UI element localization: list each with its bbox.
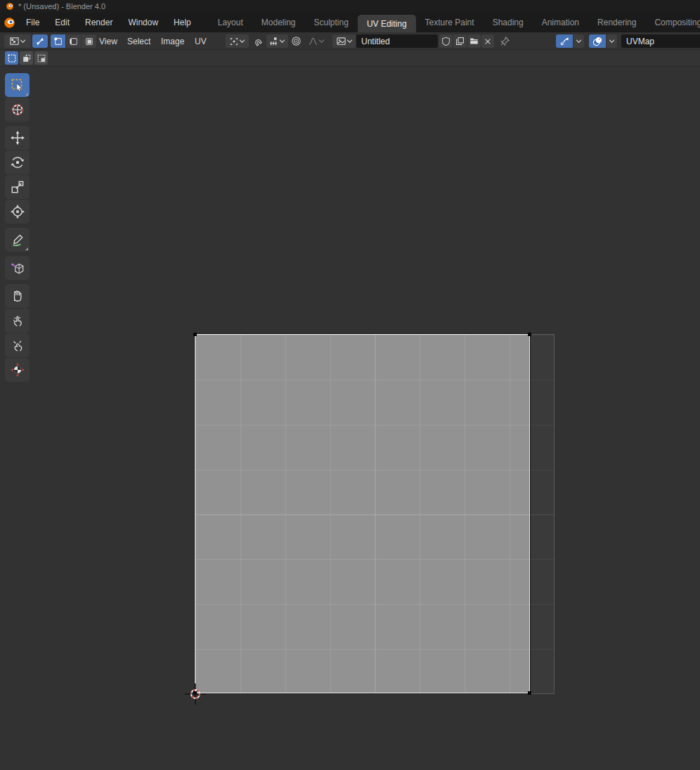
pin-image-toggle[interactable] — [498, 34, 512, 48]
gizmo-options-dropdown[interactable] — [573, 34, 584, 48]
uv-vertex-top-right[interactable] — [528, 333, 531, 336]
tool-magnify[interactable] — [5, 358, 30, 382]
uv-sync-selection-toggle[interactable] — [32, 34, 48, 48]
select-mode-face-button[interactable] — [82, 34, 96, 48]
face-select-icon — [84, 37, 94, 46]
open-image-button[interactable] — [467, 34, 481, 48]
tool-submenu-indicator — [25, 248, 28, 250]
cursor-tool-icon — [10, 102, 25, 117]
tool-submenu-indicator — [25, 93, 28, 96]
menu-file[interactable]: File — [18, 13, 47, 32]
window-title: * (Unsaved) - Blender 4.0 — [18, 2, 105, 11]
select-mode-subtract-button[interactable] — [34, 51, 48, 65]
select-subtract-icon — [37, 53, 46, 63]
blender-logo-icon — [4, 17, 15, 29]
uv-map-value: UVMap — [626, 37, 654, 46]
transform-icon — [10, 204, 25, 219]
tool-transform[interactable] — [5, 200, 30, 224]
chevron-down-icon — [239, 39, 245, 44]
image-name-field[interactable]: Untitled — [356, 34, 438, 48]
folder-icon — [469, 37, 479, 46]
tab-texture-paint[interactable]: Texture Paint — [416, 13, 484, 32]
falloff-curve-icon — [308, 36, 318, 46]
chevron-down-icon — [20, 39, 26, 44]
tool-relax[interactable] — [5, 309, 30, 333]
close-icon — [484, 37, 492, 46]
pivot-point-dropdown[interactable] — [226, 34, 249, 48]
proportional-editing-toggle[interactable] — [289, 34, 304, 48]
select-mode-vertex-button[interactable] — [51, 34, 65, 48]
show-overlays-toggle[interactable] — [589, 34, 606, 48]
window-titlebar: * (Unsaved) - Blender 4.0 — [0, 0, 700, 13]
tool-2d-cursor[interactable] — [5, 98, 30, 122]
blender-menu-button[interactable] — [0, 13, 18, 32]
new-image-button[interactable] — [453, 34, 467, 48]
select-mode-set-button[interactable] — [5, 51, 18, 65]
tab-sculpting[interactable]: Sculpting — [305, 13, 358, 32]
pin-icon — [500, 36, 510, 46]
chevron-down-icon — [576, 39, 582, 44]
editor-type-dropdown[interactable] — [4, 34, 31, 48]
select-set-icon — [7, 53, 17, 63]
relax-hand-icon — [10, 313, 25, 328]
move-icon — [10, 130, 25, 146]
proportional-edit-icon — [291, 36, 302, 46]
menu-window[interactable]: Window — [120, 13, 166, 32]
uv-island[interactable] — [195, 334, 530, 693]
scale-icon — [10, 179, 25, 195]
menu-select[interactable]: Select — [126, 32, 152, 50]
tab-uv-editing[interactable]: UV Editing — [358, 15, 416, 32]
image-browse-dropdown[interactable] — [332, 34, 356, 48]
tool-box-select[interactable] — [5, 73, 30, 97]
sync-arrows-icon — [35, 37, 45, 46]
menu-uv[interactable]: UV — [193, 32, 208, 50]
proportional-falloff-dropdown[interactable] — [305, 34, 327, 48]
menu-render[interactable]: Render — [77, 13, 120, 32]
tab-animation[interactable]: Animation — [533, 13, 588, 32]
tab-modeling[interactable]: Modeling — [252, 13, 305, 32]
show-gizmo-toggle[interactable] — [556, 34, 573, 48]
uv-vertex-top-left[interactable] — [193, 333, 197, 336]
tab-layout[interactable]: Layout — [209, 13, 252, 32]
menu-help[interactable]: Help — [166, 13, 199, 32]
fake-user-button[interactable] — [439, 34, 453, 48]
select-mode-edge-button[interactable] — [66, 34, 81, 48]
menu-view[interactable]: View — [98, 32, 119, 50]
tool-rip-region[interactable] — [5, 256, 30, 280]
tool-move[interactable] — [5, 126, 30, 150]
tool-grab[interactable] — [5, 284, 30, 308]
annotate-icon — [10, 232, 25, 248]
topbar: File Edit Render Window Help Layout Mode… — [0, 13, 700, 32]
overlays-icon — [592, 36, 603, 46]
overlays-options-dropdown[interactable] — [607, 34, 617, 48]
tool-scale[interactable] — [5, 175, 30, 199]
chevron-down-icon — [279, 39, 285, 44]
tool-pinch[interactable] — [5, 333, 30, 357]
snap-toggle[interactable] — [250, 34, 265, 48]
uv-vertex-bottom-right[interactable] — [528, 691, 531, 695]
menu-image[interactable]: Image — [160, 32, 186, 50]
duplicate-icon — [455, 37, 465, 46]
tab-shading[interactable]: Shading — [484, 13, 533, 32]
snap-target-dropdown[interactable] — [266, 34, 288, 48]
select-mode-extend-button[interactable] — [20, 51, 33, 65]
pinch-hand-icon — [10, 338, 25, 353]
tool-rotate[interactable] — [5, 150, 30, 174]
uv-selection-mode-group — [51, 34, 96, 48]
chevron-down-icon — [346, 39, 353, 44]
grab-hand-icon — [10, 288, 25, 304]
select-extend-icon — [22, 53, 32, 63]
box-select-icon — [10, 77, 25, 93]
tool-annotate[interactable] — [5, 228, 30, 252]
pivot-icon — [229, 37, 239, 46]
image-name-value: Untitled — [361, 37, 390, 46]
tab-compositing[interactable]: Compositing — [645, 13, 700, 32]
unlink-image-button[interactable] — [481, 34, 494, 48]
uv-map-field[interactable]: UVMap — [621, 34, 700, 48]
rotate-icon — [10, 155, 25, 170]
snap-increment-icon — [269, 37, 279, 46]
uv-editor-header: View Select Image UV — [0, 32, 700, 50]
menu-edit[interactable]: Edit — [47, 13, 77, 32]
tool-settings-bar — [0, 50, 700, 67]
tab-rendering[interactable]: Rendering — [588, 13, 645, 32]
